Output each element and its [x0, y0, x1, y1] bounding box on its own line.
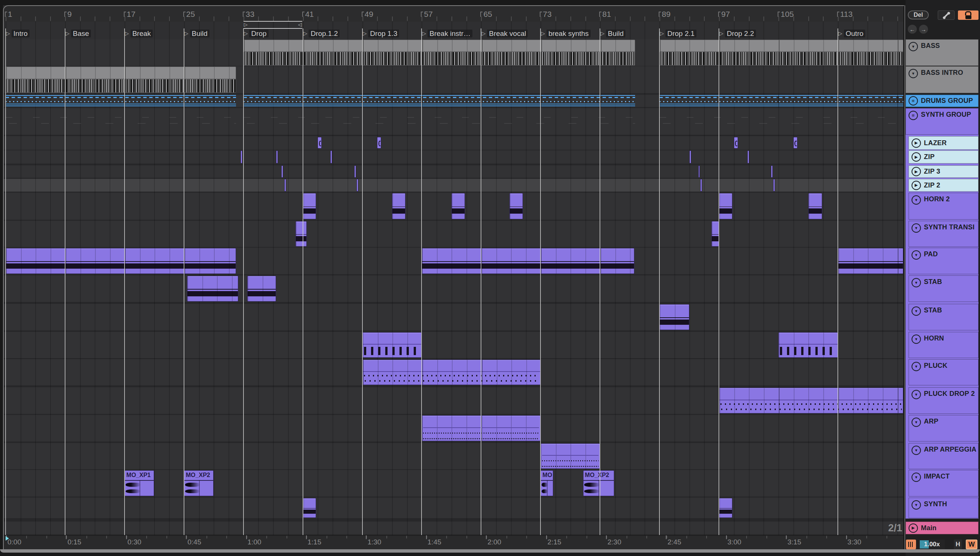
- track-header-synth-transi[interactable]: ▼SYNTH TRANSI: [909, 221, 978, 247]
- clip-block[interactable]: [6, 248, 236, 274]
- clip-tiny[interactable]: [377, 137, 381, 149]
- loop-start-handle[interactable]: ▷: [244, 22, 248, 28]
- track-header-stab[interactable]: ▼STAB: [909, 304, 978, 330]
- clip-tiny[interactable]: [734, 137, 738, 149]
- track-lane-arp-arpeggia[interactable]: [3, 443, 903, 469]
- clip-notes-big[interactable]: [778, 332, 838, 358]
- playback-speed-control[interactable]: 1.00x: [919, 540, 945, 549]
- fold-icon[interactable]: ▼: [912, 500, 921, 510]
- back-arrow-button[interactable]: ←: [908, 25, 917, 34]
- clip-drums[interactable]: [244, 95, 635, 107]
- clip-dots[interactable]: [421, 415, 541, 441]
- clip-tiny[interactable]: [318, 137, 322, 149]
- marker-drop-2-1[interactable]: ▷Drop 2.1: [660, 29, 696, 37]
- track-header-pluck-drop-2[interactable]: ▼PLUCK DROP 2: [909, 387, 978, 414]
- follow-button[interactable]: [906, 540, 916, 549]
- track-lane-horn[interactable]: [3, 332, 903, 358]
- panel-divider[interactable]: [904, 5, 905, 549]
- loop-brace[interactable]: ▷◁: [244, 21, 302, 29]
- track-lane-stab[interactable]: [3, 275, 903, 302]
- fold-icon[interactable]: ▼: [912, 223, 921, 233]
- track-header-arp-arpeggia[interactable]: ▼ARP ARPEGGIA: [909, 443, 978, 469]
- track-header-lazer[interactable]: ▶LAZER: [909, 136, 978, 150]
- track-header-synth[interactable]: ▼SYNTH: [909, 498, 978, 518]
- clip-block[interactable]: [838, 248, 903, 274]
- track-lane-zip-3[interactable]: [3, 165, 903, 178]
- clip-notes-big[interactable]: [362, 332, 422, 358]
- fold-icon[interactable]: ▼: [912, 306, 921, 316]
- track-header-bass[interactable]: ▼BASS: [906, 39, 978, 66]
- marker-build[interactable]: ▷Build: [184, 29, 210, 37]
- lock-envelopes-button[interactable]: [958, 10, 978, 20]
- clip-thin[interactable]: [276, 150, 278, 163]
- clip-thin[interactable]: [698, 165, 700, 178]
- marker-base[interactable]: ▷Base: [65, 29, 91, 37]
- loop-end-handle[interactable]: ◁: [298, 22, 302, 28]
- forward-arrow-button[interactable]: →: [919, 25, 928, 34]
- clip-thin[interactable]: [771, 165, 773, 178]
- track-header-stab[interactable]: ▼STAB: [909, 275, 978, 302]
- clip-block[interactable]: [247, 276, 276, 302]
- clip-block[interactable]: [303, 498, 316, 518]
- clip-thin[interactable]: [284, 179, 286, 192]
- clip-audio[interactable]: [244, 40, 635, 65]
- clip-impact[interactable]: MO_XP2: [583, 470, 614, 496]
- clip-thin[interactable]: [773, 179, 775, 192]
- track-header-horn[interactable]: ▼HORN: [909, 332, 978, 358]
- width-zoom-button[interactable]: W: [966, 540, 977, 549]
- group-icon[interactable]: ≡: [909, 111, 918, 120]
- group-icon[interactable]: ≡: [909, 96, 918, 105]
- clip-notes-small[interactable]: [362, 360, 541, 385]
- marker-build[interactable]: ▷Build: [601, 29, 625, 37]
- clip-thin[interactable]: [354, 165, 356, 178]
- clip-drums[interactable]: [6, 95, 236, 107]
- clip-thin[interactable]: [748, 150, 749, 163]
- track-lane-zip-2[interactable]: [3, 179, 903, 192]
- marker-drop-2-2[interactable]: ▷Drop 2.2: [719, 29, 756, 37]
- clip-thin[interactable]: [700, 179, 702, 192]
- track-lane-main[interactable]: [3, 522, 903, 534]
- fold-icon[interactable]: ▼: [912, 278, 921, 287]
- clip-block[interactable]: [303, 193, 316, 219]
- marker-break-synths[interactable]: ▷break synths: [541, 29, 591, 37]
- play-icon[interactable]: ▶: [912, 139, 921, 148]
- clip-ghost[interactable]: [6, 111, 236, 132]
- marker-break-instr-[interactable]: ▷Break instr…: [422, 29, 472, 37]
- clip-block[interactable]: [719, 498, 732, 518]
- clip-ghost[interactable]: [244, 111, 635, 132]
- clip-block[interactable]: [509, 193, 523, 219]
- play-icon[interactable]: ▶: [909, 524, 918, 533]
- delete-button[interactable]: Del: [908, 10, 929, 19]
- fold-icon[interactable]: ▼: [912, 195, 921, 205]
- clip-thin[interactable]: [241, 150, 242, 163]
- clip-block[interactable]: [719, 193, 732, 219]
- clip-dots[interactable]: [541, 443, 600, 469]
- play-icon[interactable]: ▶: [912, 152, 921, 162]
- fold-icon[interactable]: ▼: [909, 42, 918, 51]
- clip-block[interactable]: [452, 193, 465, 219]
- clip-block[interactable]: [659, 304, 689, 330]
- clip-block[interactable]: [421, 248, 634, 274]
- track-lane-zip[interactable]: [3, 150, 903, 163]
- fold-icon[interactable]: ▼: [912, 250, 921, 260]
- track-header-arp[interactable]: ▼ARP: [909, 415, 978, 441]
- fold-icon[interactable]: ▼: [912, 335, 921, 344]
- marker-intro[interactable]: ▷Intro: [6, 29, 29, 37]
- play-icon[interactable]: ▶: [912, 181, 921, 190]
- track-header-impact[interactable]: ▼IMPACT: [909, 470, 978, 496]
- clip-impact[interactable]: MO_XP1: [124, 470, 154, 496]
- clip-tiny[interactable]: [793, 137, 798, 149]
- clip-thin[interactable]: [689, 150, 691, 163]
- clip-thin[interactable]: [281, 165, 283, 178]
- fold-icon[interactable]: ▼: [912, 446, 921, 455]
- insert-marker-icon[interactable]: [6, 536, 9, 541]
- clip-block[interactable]: [295, 221, 307, 247]
- clip-ghost[interactable]: [659, 111, 903, 132]
- clip-block[interactable]: [392, 193, 405, 219]
- clip-notes-small[interactable]: [719, 388, 903, 414]
- track-lane-lazer[interactable]: [3, 136, 903, 150]
- draw-mode-button[interactable]: [938, 10, 954, 20]
- clip-thin[interactable]: [357, 179, 358, 192]
- clip-audio[interactable]: [6, 66, 236, 93]
- track-lane-synth[interactable]: [3, 498, 903, 518]
